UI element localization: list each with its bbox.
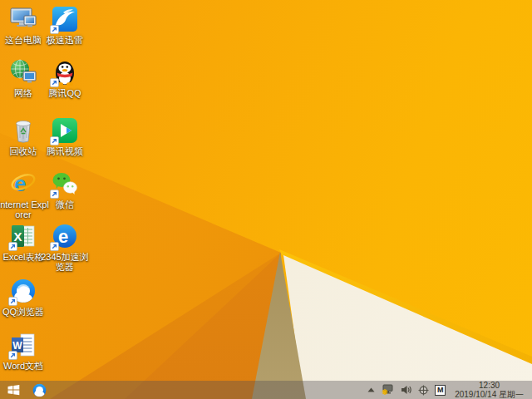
icon-label-word: Word文档 bbox=[3, 361, 43, 371]
qq-browser-icon bbox=[9, 277, 37, 305]
target-icon[interactable] bbox=[418, 385, 429, 396]
icon-label-network: 网络 bbox=[14, 88, 32, 98]
shortcut-arrow-icon bbox=[8, 242, 17, 251]
desktop-icon-2345-browser[interactable]: e 2345加速浏览器 bbox=[38, 222, 91, 272]
taskbar-clock[interactable]: 12:30 2019/10/14 星期一 bbox=[451, 381, 527, 399]
shortcut-arrow-icon bbox=[50, 190, 59, 199]
shortcut-arrow-icon bbox=[50, 78, 59, 87]
taskbar: M 12:30 2019/10/14 星期一 bbox=[0, 381, 532, 399]
clock-time: 12:30 bbox=[455, 381, 524, 390]
shortcut-arrow-icon bbox=[50, 136, 59, 145]
taskbar-qq-browser-button[interactable] bbox=[32, 381, 47, 399]
system-tray: M 12:30 2019/10/14 星期一 bbox=[367, 381, 532, 399]
desktop-icon-word[interactable]: W Word文档 bbox=[0, 331, 50, 371]
shortcut-arrow-icon bbox=[50, 242, 59, 251]
icon-label-recycle-bin: 回收站 bbox=[10, 146, 37, 156]
internet-explorer-icon: e bbox=[9, 170, 37, 198]
shortcut-arrow-icon bbox=[8, 297, 17, 306]
qq-penguin-icon bbox=[51, 58, 79, 86]
input-method-indicator[interactable]: M bbox=[435, 385, 446, 396]
shortcut-arrow-icon bbox=[50, 25, 59, 34]
shortcut-arrow-icon bbox=[8, 351, 17, 360]
icon-label-xunlei: 极速迅雷 bbox=[47, 35, 83, 45]
excel-icon: X bbox=[9, 222, 37, 250]
this-pc-icon bbox=[9, 5, 37, 33]
icon-label-tencent-video: 腾讯视频 bbox=[47, 146, 83, 156]
2345-browser-icon: e bbox=[51, 222, 79, 250]
icon-label-2345-browser: 2345加速浏览器 bbox=[38, 252, 91, 272]
icon-label-wechat: 微信 bbox=[56, 200, 74, 209]
wechat-icon bbox=[51, 170, 79, 198]
clock-date: 2019/10/14 星期一 bbox=[455, 390, 524, 399]
recycle-bin-icon bbox=[9, 116, 37, 145]
desktop-icon-wechat[interactable]: 微信 bbox=[38, 170, 91, 209]
svg-text:W: W bbox=[12, 340, 22, 352]
network-status-icon[interactable] bbox=[382, 384, 395, 396]
show-hidden-icons-chevron[interactable] bbox=[367, 386, 376, 394]
volume-icon[interactable] bbox=[401, 385, 412, 395]
windows-logo-icon bbox=[7, 384, 20, 396]
word-icon: W bbox=[9, 331, 37, 359]
xunlei-icon bbox=[51, 5, 79, 33]
icon-label-qq: 腾讯QQ bbox=[48, 88, 81, 98]
desktop-icon-tencent-video[interactable]: 腾讯视频 bbox=[38, 116, 91, 156]
icon-label-qq-browser: QQ浏览器 bbox=[2, 307, 44, 317]
desktop-icon-qq-browser[interactable]: QQ浏览器 bbox=[0, 277, 50, 317]
desktop-icon-qq[interactable]: 腾讯QQ bbox=[38, 58, 91, 98]
desktop[interactable]: 这台电脑 极速迅雷 bbox=[0, 0, 532, 399]
icon-label-this-pc: 这台电脑 bbox=[5, 35, 42, 45]
start-button[interactable] bbox=[7, 381, 20, 399]
svg-text:e: e bbox=[58, 226, 68, 247]
network-icon bbox=[9, 58, 37, 86]
tencent-video-icon bbox=[51, 116, 79, 145]
desktop-icon-xunlei[interactable]: 极速迅雷 bbox=[38, 5, 91, 45]
qq-browser-taskbar-icon bbox=[32, 382, 47, 398]
